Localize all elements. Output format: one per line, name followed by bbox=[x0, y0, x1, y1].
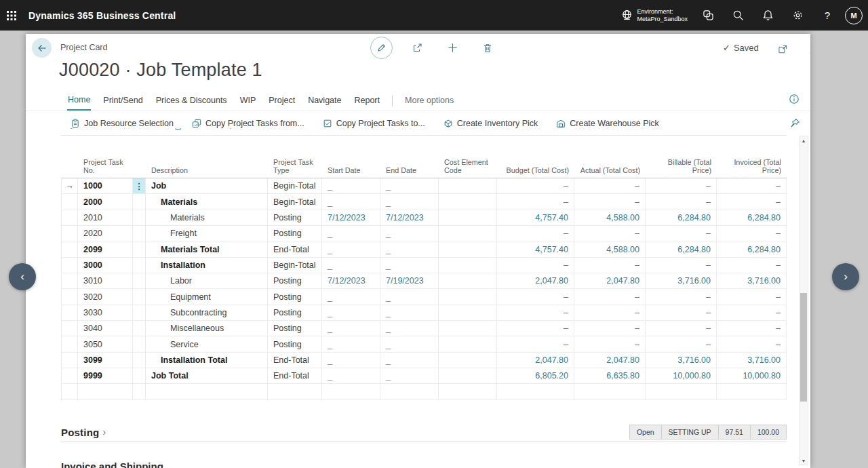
tab-project[interactable]: Project bbox=[268, 92, 296, 110]
row-options[interactable] bbox=[133, 336, 146, 351]
tab-wip[interactable]: WIP bbox=[239, 92, 257, 110]
cell-actual-total-cost[interactable]: – bbox=[574, 178, 646, 193]
cell-cost-element-code[interactable] bbox=[439, 336, 497, 351]
cell-start-date[interactable]: _ bbox=[322, 368, 380, 383]
cell-billable-total-price[interactable]: – bbox=[646, 305, 717, 320]
cell-description[interactable]: Equipment bbox=[146, 289, 268, 304]
cell-cost-element-code[interactable] bbox=[439, 368, 497, 383]
collapse-icon[interactable] bbox=[803, 38, 810, 60]
apps-launcher-icon[interactable] bbox=[0, 0, 23, 31]
cell-end-date[interactable]: _ bbox=[380, 226, 439, 241]
row-options[interactable] bbox=[133, 241, 146, 256]
cell-project-task-type[interactable]: Posting bbox=[268, 289, 322, 304]
row-gutter[interactable] bbox=[61, 289, 78, 304]
cell-invoiced-total-price[interactable]: – bbox=[717, 178, 787, 193]
row-gutter[interactable] bbox=[61, 258, 78, 273]
column-header-start-date[interactable]: Start Date bbox=[322, 166, 380, 178]
cell-actual-total-cost[interactable]: 4,588.00 bbox=[574, 210, 646, 225]
previous-record-button[interactable]: ‹ bbox=[9, 263, 36, 290]
cell-start-date[interactable]: _ bbox=[322, 305, 380, 320]
cell-cost-element-code[interactable] bbox=[439, 273, 497, 288]
cell-invoiced-total-price[interactable]: 10,000.80 bbox=[717, 368, 787, 383]
row-options[interactable] bbox=[133, 289, 146, 304]
cell-cost-element-code[interactable] bbox=[439, 258, 497, 273]
cell-description[interactable]: Miscellaneous bbox=[146, 321, 268, 336]
column-header-cost-element-code[interactable]: Cost Element Code bbox=[439, 158, 497, 178]
avatar[interactable]: M bbox=[845, 7, 863, 24]
cell-actual-total-cost[interactable] bbox=[574, 384, 646, 399]
cell-description[interactable]: Freight bbox=[146, 226, 268, 241]
cell-billable-total-price[interactable]: 3,716.00 bbox=[646, 353, 717, 368]
cell-project-task-type[interactable] bbox=[268, 384, 322, 399]
action-copy-project-tasks-from[interactable]: Copy Project Tasks from... bbox=[192, 119, 304, 128]
cell-description[interactable]: Installation bbox=[146, 258, 268, 273]
cell-invoiced-total-price[interactable]: – bbox=[717, 321, 787, 336]
cell-project-task-no[interactable]: 3000 bbox=[78, 258, 133, 273]
grid-action-new[interactable]: New bbox=[174, 128, 203, 130]
cell-invoiced-total-price[interactable]: – bbox=[717, 258, 787, 273]
cell-end-date[interactable]: _ bbox=[380, 258, 439, 273]
cell-start-date[interactable]: _ bbox=[322, 289, 380, 304]
cell-project-task-type[interactable]: Posting bbox=[268, 336, 322, 351]
vertical-scrollbar[interactable]: ▲ ▼ bbox=[799, 136, 808, 465]
row-options[interactable] bbox=[133, 305, 146, 320]
cell-budget-total-cost[interactable]: 6,805.20 bbox=[497, 368, 574, 383]
cell-end-date[interactable]: 7/12/2023 bbox=[380, 210, 439, 225]
cell-budget-total-cost[interactable]: – bbox=[497, 305, 574, 320]
tab-prices-discounts[interactable]: Prices & Discounts bbox=[155, 92, 228, 110]
invoice-shipping-section-title[interactable]: Invoice and Shipping bbox=[61, 461, 163, 468]
cell-description[interactable]: Labor bbox=[146, 273, 268, 288]
cell-end-date[interactable]: _ bbox=[380, 241, 439, 256]
row-options[interactable] bbox=[133, 384, 146, 399]
cell-invoiced-total-price[interactable]: 6,284.80 bbox=[717, 210, 787, 225]
cell-billable-total-price[interactable]: – bbox=[646, 336, 717, 351]
cell-cost-element-code[interactable] bbox=[439, 210, 497, 225]
cell-start-date[interactable]: _ bbox=[322, 353, 380, 368]
row-options[interactable] bbox=[133, 210, 146, 225]
cell-start-date[interactable]: _ bbox=[322, 178, 380, 193]
cell-billable-total-price[interactable]: 10,000.80 bbox=[646, 368, 717, 383]
cell-billable-total-price[interactable]: – bbox=[646, 178, 717, 193]
column-header-budget-total-cost[interactable]: Budget (Total Cost) bbox=[497, 166, 574, 178]
row-options[interactable] bbox=[133, 368, 146, 383]
cell-description[interactable]: Installation Total bbox=[146, 353, 268, 368]
cell-cost-element-code[interactable] bbox=[439, 321, 497, 336]
cell-project-task-no[interactable]: 3040 bbox=[78, 321, 133, 336]
environment-indicator[interactable]: Environment: MetaPro_Sandbox bbox=[621, 8, 688, 23]
cell-project-task-no[interactable]: 2020 bbox=[78, 226, 133, 241]
cell-start-date[interactable]: _ bbox=[322, 321, 380, 336]
grid-action-view[interactable]: View bbox=[120, 128, 151, 130]
cell-start-date[interactable] bbox=[322, 384, 380, 399]
cell-invoiced-total-price[interactable]: 3,716.00 bbox=[717, 273, 787, 288]
row-options[interactable] bbox=[133, 273, 146, 288]
row-gutter[interactable] bbox=[61, 194, 78, 209]
cell-project-task-no[interactable]: 1000 bbox=[78, 178, 133, 193]
cell-actual-total-cost[interactable]: – bbox=[574, 321, 646, 336]
cell-invoiced-total-price[interactable]: – bbox=[717, 226, 787, 241]
row-gutter[interactable] bbox=[61, 336, 78, 351]
cell-actual-total-cost[interactable]: – bbox=[574, 336, 646, 351]
help-icon[interactable]: ? bbox=[815, 0, 840, 31]
cell-actual-total-cost[interactable]: – bbox=[574, 289, 646, 304]
cell-end-date[interactable]: 7/19/2023 bbox=[380, 273, 439, 288]
column-header-billable-total-price[interactable]: Billable (Total Price) bbox=[646, 158, 717, 178]
cell-budget-total-cost[interactable]: 4,757.40 bbox=[497, 241, 574, 256]
cell-billable-total-price[interactable]: 3,716.00 bbox=[646, 273, 717, 288]
cell-invoiced-total-price[interactable] bbox=[717, 384, 787, 399]
cell-budget-total-cost[interactable]: 2,047.80 bbox=[497, 353, 574, 368]
cell-cost-element-code[interactable] bbox=[439, 384, 497, 399]
row-gutter[interactable] bbox=[61, 210, 78, 225]
cell-cost-element-code[interactable] bbox=[439, 178, 497, 193]
cell-invoiced-total-price[interactable]: 6,284.80 bbox=[717, 241, 787, 256]
cell-billable-total-price[interactable]: – bbox=[646, 321, 717, 336]
grid-action-edit[interactable]: Edit bbox=[69, 128, 97, 130]
cell-project-task-type[interactable]: End-Total bbox=[268, 353, 322, 368]
cell-project-task-type[interactable]: Posting bbox=[268, 210, 322, 225]
action-create-inventory-pick[interactable]: Create Inventory Pick bbox=[443, 119, 538, 128]
cell-budget-total-cost[interactable]: – bbox=[497, 258, 574, 273]
cell-description[interactable]: Job Total bbox=[146, 368, 268, 383]
share-icon[interactable] bbox=[406, 37, 428, 59]
cell-start-date[interactable]: 7/12/2023 bbox=[322, 210, 380, 225]
cell-budget-total-cost[interactable]: – bbox=[497, 194, 574, 209]
cell-cost-element-code[interactable] bbox=[439, 289, 497, 304]
